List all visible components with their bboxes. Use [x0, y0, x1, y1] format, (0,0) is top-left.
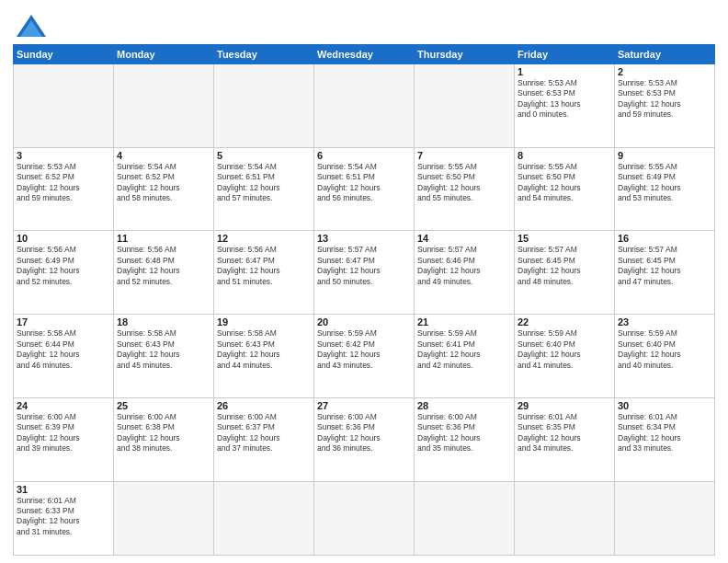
day-info: Sunrise: 5:57 AM Sunset: 6:47 PM Dayligh…: [317, 245, 411, 287]
calendar-cell: 9Sunrise: 5:55 AM Sunset: 6:49 PM Daylig…: [615, 147, 715, 231]
day-number: 5: [217, 150, 311, 161]
calendar-cell: 2Sunrise: 5:53 AM Sunset: 6:53 PM Daylig…: [615, 64, 715, 148]
day-info: Sunrise: 6:00 AM Sunset: 6:39 PM Dayligh…: [17, 412, 110, 454]
weekday-header-sunday: Sunday: [14, 45, 114, 64]
day-number: 14: [417, 233, 511, 244]
day-number: 6: [317, 150, 411, 161]
page: SundayMondayTuesdayWednesdayThursdayFrid…: [0, 0, 728, 563]
calendar-cell: 25Sunrise: 6:00 AM Sunset: 6:38 PM Dayli…: [114, 397, 214, 481]
logo: [13, 13, 48, 39]
day-number: 2: [618, 66, 711, 77]
calendar-cell: [114, 64, 214, 148]
calendar-cell: [314, 64, 415, 148]
logo-icon: [15, 13, 48, 39]
calendar-cell: 13Sunrise: 5:57 AM Sunset: 6:47 PM Dayli…: [314, 231, 415, 315]
calendar-cell: 15Sunrise: 5:57 AM Sunset: 6:45 PM Dayli…: [515, 231, 615, 315]
day-number: 4: [117, 150, 210, 161]
day-info: Sunrise: 5:57 AM Sunset: 6:45 PM Dayligh…: [518, 245, 611, 287]
calendar-cell: [515, 481, 615, 555]
day-info: Sunrise: 5:53 AM Sunset: 6:53 PM Dayligh…: [618, 78, 711, 121]
day-info: Sunrise: 6:01 AM Sunset: 6:35 PM Dayligh…: [518, 412, 611, 454]
calendar-cell: 29Sunrise: 6:01 AM Sunset: 6:35 PM Dayli…: [515, 397, 615, 481]
weekday-header-row: SundayMondayTuesdayWednesdayThursdayFrid…: [14, 45, 715, 64]
calendar-cell: 11Sunrise: 5:56 AM Sunset: 6:48 PM Dayli…: [114, 231, 214, 315]
day-number: 22: [518, 316, 611, 327]
day-info: Sunrise: 5:57 AM Sunset: 6:46 PM Dayligh…: [417, 245, 511, 287]
calendar-cell: 6Sunrise: 5:54 AM Sunset: 6:51 PM Daylig…: [314, 147, 415, 231]
calendar-cell: 17Sunrise: 5:58 AM Sunset: 6:44 PM Dayli…: [14, 315, 114, 398]
calendar-cell: [14, 64, 114, 148]
day-number: 15: [518, 233, 611, 244]
calendar-cell: 27Sunrise: 6:00 AM Sunset: 6:36 PM Dayli…: [314, 397, 415, 481]
calendar-cell: [314, 481, 415, 555]
calendar-cell: 4Sunrise: 5:54 AM Sunset: 6:52 PM Daylig…: [114, 147, 214, 231]
weekday-header-wednesday: Wednesday: [314, 45, 415, 64]
calendar-cell: 14Sunrise: 5:57 AM Sunset: 6:46 PM Dayli…: [415, 231, 515, 315]
calendar-cell: 18Sunrise: 5:58 AM Sunset: 6:43 PM Dayli…: [114, 315, 214, 398]
calendar-cell: [114, 481, 214, 555]
day-number: 18: [117, 316, 210, 327]
week-row-4: 24Sunrise: 6:00 AM Sunset: 6:39 PM Dayli…: [14, 397, 715, 481]
day-info: Sunrise: 5:55 AM Sunset: 6:50 PM Dayligh…: [417, 162, 511, 204]
day-info: Sunrise: 5:55 AM Sunset: 6:49 PM Dayligh…: [618, 162, 711, 204]
day-info: Sunrise: 6:00 AM Sunset: 6:36 PM Dayligh…: [417, 412, 511, 454]
calendar-cell: 1Sunrise: 5:53 AM Sunset: 6:53 PM Daylig…: [515, 64, 615, 148]
calendar-cell: 26Sunrise: 6:00 AM Sunset: 6:37 PM Dayli…: [214, 397, 314, 481]
day-number: 31: [17, 484, 110, 495]
calendar: SundayMondayTuesdayWednesdayThursdayFrid…: [13, 44, 715, 556]
day-info: Sunrise: 6:00 AM Sunset: 6:37 PM Dayligh…: [217, 412, 311, 454]
week-row-0: 1Sunrise: 5:53 AM Sunset: 6:53 PM Daylig…: [14, 64, 715, 148]
day-number: 13: [317, 233, 411, 244]
calendar-cell: 7Sunrise: 5:55 AM Sunset: 6:50 PM Daylig…: [415, 147, 515, 231]
weekday-header-friday: Friday: [515, 45, 615, 64]
week-row-5: 31Sunrise: 6:01 AM Sunset: 6:33 PM Dayli…: [14, 481, 715, 555]
day-number: 12: [217, 233, 311, 244]
calendar-cell: 3Sunrise: 5:53 AM Sunset: 6:52 PM Daylig…: [14, 147, 114, 231]
day-info: Sunrise: 5:57 AM Sunset: 6:45 PM Dayligh…: [618, 245, 711, 287]
calendar-cell: [615, 481, 715, 555]
day-number: 26: [217, 400, 311, 411]
day-number: 29: [518, 400, 611, 411]
day-number: 19: [217, 316, 311, 327]
day-info: Sunrise: 5:54 AM Sunset: 6:52 PM Dayligh…: [117, 162, 210, 204]
weekday-header-monday: Monday: [114, 45, 214, 64]
calendar-cell: [415, 481, 515, 555]
weekday-header-tuesday: Tuesday: [214, 45, 314, 64]
day-info: Sunrise: 5:53 AM Sunset: 6:52 PM Dayligh…: [17, 162, 110, 204]
day-info: Sunrise: 5:58 AM Sunset: 6:43 PM Dayligh…: [217, 328, 311, 371]
day-number: 9: [618, 150, 711, 161]
day-number: 30: [618, 400, 711, 411]
day-number: 10: [17, 233, 110, 244]
day-number: 24: [17, 400, 110, 411]
calendar-cell: 30Sunrise: 6:01 AM Sunset: 6:34 PM Dayli…: [615, 397, 715, 481]
calendar-cell: [214, 481, 314, 555]
day-info: Sunrise: 5:54 AM Sunset: 6:51 PM Dayligh…: [217, 162, 311, 204]
calendar-cell: 24Sunrise: 6:00 AM Sunset: 6:39 PM Dayli…: [14, 397, 114, 481]
day-number: 11: [117, 233, 210, 244]
day-info: Sunrise: 5:59 AM Sunset: 6:40 PM Dayligh…: [618, 328, 711, 371]
day-info: Sunrise: 5:59 AM Sunset: 6:41 PM Dayligh…: [417, 328, 511, 371]
calendar-cell: [214, 64, 314, 148]
calendar-cell: 5Sunrise: 5:54 AM Sunset: 6:51 PM Daylig…: [214, 147, 314, 231]
calendar-cell: 28Sunrise: 6:00 AM Sunset: 6:36 PM Dayli…: [415, 397, 515, 481]
week-row-2: 10Sunrise: 5:56 AM Sunset: 6:49 PM Dayli…: [14, 231, 715, 315]
day-info: Sunrise: 5:58 AM Sunset: 6:43 PM Dayligh…: [117, 328, 210, 371]
day-number: 3: [17, 150, 110, 161]
calendar-cell: [415, 64, 515, 148]
day-number: 25: [117, 400, 210, 411]
day-number: 27: [317, 400, 411, 411]
day-number: 20: [317, 316, 411, 327]
day-info: Sunrise: 6:00 AM Sunset: 6:38 PM Dayligh…: [117, 412, 210, 454]
day-info: Sunrise: 5:56 AM Sunset: 6:49 PM Dayligh…: [17, 245, 110, 287]
calendar-cell: 12Sunrise: 5:56 AM Sunset: 6:47 PM Dayli…: [214, 231, 314, 315]
day-number: 17: [17, 316, 110, 327]
day-number: 1: [518, 66, 611, 77]
day-info: Sunrise: 6:01 AM Sunset: 6:33 PM Dayligh…: [17, 496, 110, 538]
day-number: 7: [417, 150, 511, 161]
day-info: Sunrise: 6:01 AM Sunset: 6:34 PM Dayligh…: [618, 412, 711, 454]
day-info: Sunrise: 6:00 AM Sunset: 6:36 PM Dayligh…: [317, 412, 411, 454]
day-info: Sunrise: 5:58 AM Sunset: 6:44 PM Dayligh…: [17, 328, 110, 371]
day-info: Sunrise: 5:56 AM Sunset: 6:47 PM Dayligh…: [217, 245, 311, 287]
weekday-header-saturday: Saturday: [615, 45, 715, 64]
calendar-cell: 31Sunrise: 6:01 AM Sunset: 6:33 PM Dayli…: [14, 481, 114, 555]
